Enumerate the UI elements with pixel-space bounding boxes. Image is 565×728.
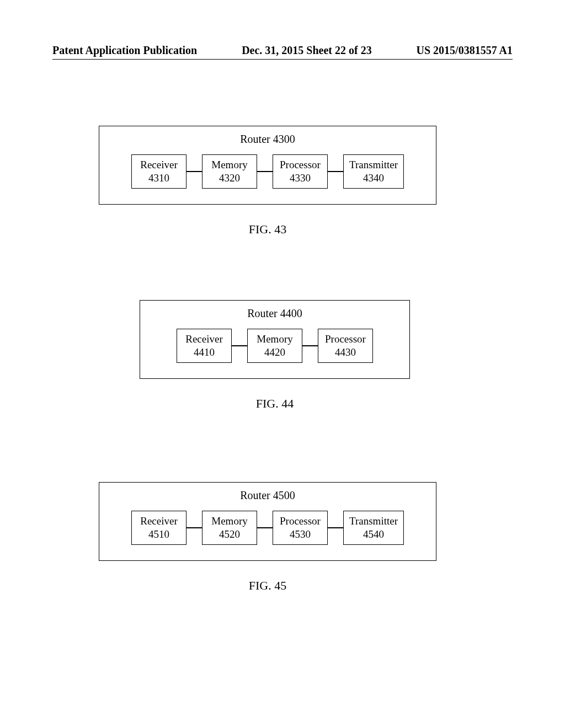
figure-44-caption: FIG. 44	[140, 397, 410, 411]
router-4400-title: Router 4400	[140, 307, 409, 320]
header-left: Patent Application Publication	[52, 44, 197, 57]
figure-44: Router 4400 Receiver4410 Memory4420 Proc…	[140, 300, 410, 411]
transmitter-4540-block: Transmitter4540	[343, 511, 404, 545]
router-4500-row: Receiver4510 Memory4520 Processor4530 Tr…	[99, 505, 436, 560]
memory-4520-block: Memory4520	[202, 511, 257, 545]
router-4500-box: Router 4500 Receiver4510 Memory4520 Proc…	[99, 482, 436, 561]
transmitter-4340-block: Transmitter4340	[343, 154, 404, 189]
connector	[328, 171, 343, 172]
connector	[186, 171, 202, 172]
receiver-4510-block: Receiver4510	[131, 511, 186, 545]
router-4400-row: Receiver4410 Memory4420 Processor4430	[140, 323, 409, 378]
router-4300-row: Receiver4310 Memory4320 Processor4330 Tr…	[99, 149, 436, 204]
router-4300-box: Router 4300 Receiver4310 Memory4320 Proc…	[99, 126, 436, 205]
processor-4530-block: Processor4530	[273, 511, 328, 545]
figure-45: Router 4500 Receiver4510 Memory4520 Proc…	[99, 482, 436, 593]
figure-45-caption: FIG. 45	[99, 579, 436, 593]
figure-43: Router 4300 Receiver4310 Memory4320 Proc…	[99, 126, 436, 237]
figure-43-caption: FIG. 43	[99, 222, 436, 237]
connector	[232, 345, 247, 346]
processor-4430-block: Processor4430	[318, 329, 373, 363]
connector	[257, 527, 273, 528]
page-header: Patent Application Publication Dec. 31, …	[52, 44, 513, 60]
header-mid: Dec. 31, 2015 Sheet 22 of 23	[242, 44, 372, 57]
header-right: US 2015/0381557 A1	[417, 44, 513, 57]
receiver-4410-block: Receiver4410	[177, 329, 232, 363]
router-4400-box: Router 4400 Receiver4410 Memory4420 Proc…	[140, 300, 410, 379]
router-4500-title: Router 4500	[99, 489, 436, 502]
connector	[186, 527, 202, 528]
memory-4320-block: Memory4320	[202, 154, 257, 189]
processor-4330-block: Processor4330	[273, 154, 328, 189]
connector	[328, 527, 343, 528]
connector	[302, 345, 318, 346]
memory-4420-block: Memory4420	[247, 329, 302, 363]
receiver-4310-block: Receiver4310	[131, 154, 186, 189]
router-4300-title: Router 4300	[99, 133, 436, 146]
connector	[257, 171, 273, 172]
